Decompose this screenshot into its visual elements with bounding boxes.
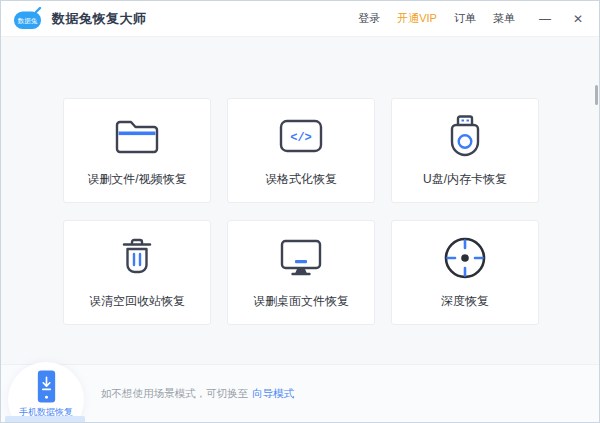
footer-bar: 如不想使用场景模式，可切换至向导模式: [1, 364, 599, 422]
card-usb-memorycard-recovery[interactable]: U盘/内存卡恢复: [391, 98, 539, 203]
mode-switch-note: 如不想使用场景模式，可切换至向导模式: [101, 365, 294, 422]
card-label: U盘/内存卡恢复: [423, 171, 507, 188]
card-desktop-file-recovery[interactable]: 误删桌面文件恢复: [227, 220, 375, 325]
usb-icon: [445, 113, 485, 159]
card-format-recovery[interactable]: </> 误格式化恢复: [227, 98, 375, 203]
wizard-mode-link[interactable]: 向导模式: [252, 387, 294, 399]
mode-switch-text: 如不想使用场景模式，可切换至: [101, 387, 248, 399]
folder-icon: [114, 113, 160, 159]
titlebar: 数据兔 数据兔恢复大师 登录 开通VIP 订单 菜单 — ✕: [1, 1, 599, 37]
active-tab-strip: [5, 416, 85, 422]
card-label: 误清空回收站恢复: [89, 293, 185, 310]
card-deleted-file-video-recovery[interactable]: 误删文件/视频恢复: [63, 98, 211, 203]
monitor-icon: [279, 235, 323, 281]
card-label: 误删文件/视频恢复: [87, 171, 186, 188]
menu-link[interactable]: 菜单: [493, 11, 515, 26]
phone-icon: [33, 370, 60, 403]
card-label: 误格式化恢复: [265, 171, 337, 188]
card-label: 深度恢复: [441, 293, 489, 310]
svg-text:数据兔: 数据兔: [17, 17, 38, 25]
recovery-cards-grid: 误删文件/视频恢复 </> 误格式化恢复 U盘/内存: [63, 98, 539, 325]
app-logo: 数据兔: [13, 7, 43, 30]
window-controls: — ✕: [539, 13, 583, 25]
trash-icon: [117, 235, 157, 281]
minimize-button[interactable]: —: [539, 13, 551, 25]
card-label: 误删桌面文件恢复: [253, 293, 349, 310]
rabbit-logo-icon: 数据兔: [13, 7, 43, 30]
svg-text:</>: </>: [290, 131, 312, 145]
app-window: 数据兔 数据兔恢复大师 登录 开通VIP 订单 菜单 — ✕ 误删文件/视频恢复: [0, 0, 600, 423]
card-deep-recovery[interactable]: 深度恢复: [391, 220, 539, 325]
target-icon: [442, 235, 488, 281]
app-title: 数据兔恢复大师: [52, 10, 147, 28]
card-recyclebin-recovery[interactable]: 误清空回收站恢复: [63, 220, 211, 325]
vip-link[interactable]: 开通VIP: [397, 11, 437, 26]
header-nav: 登录 开通VIP 订单 菜单: [358, 11, 515, 26]
close-button[interactable]: ✕: [573, 13, 583, 25]
orders-link[interactable]: 订单: [454, 11, 476, 26]
login-link[interactable]: 登录: [358, 11, 380, 26]
scrollbar-thumb[interactable]: [595, 85, 598, 105]
code-icon: </>: [279, 113, 323, 159]
